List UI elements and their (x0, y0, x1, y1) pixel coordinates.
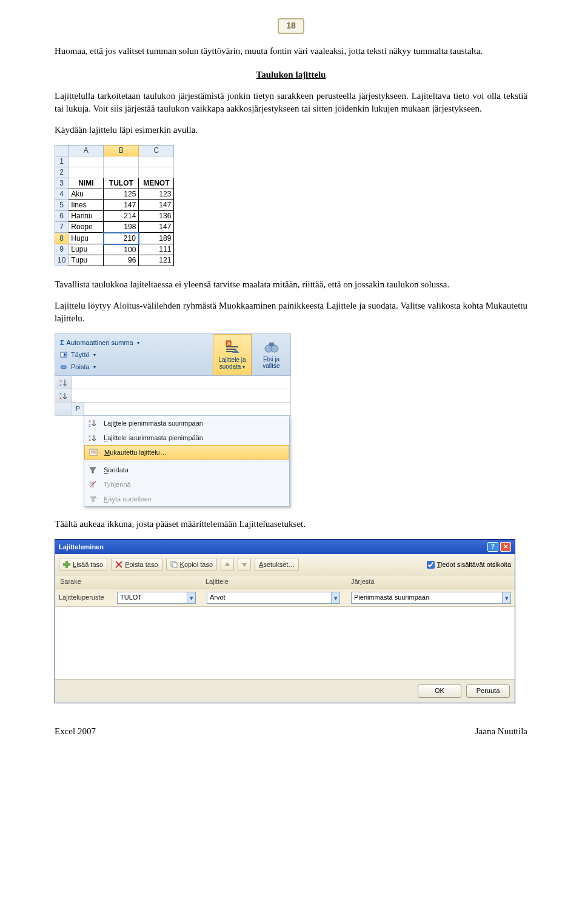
header-sarake: Sarake (55, 575, 201, 588)
svg-rect-6 (269, 343, 274, 346)
select-value: Arvot (210, 593, 226, 602)
table-cell[interactable]: 198 (104, 222, 139, 233)
menu-item-sort-asc[interactable]: AZ Lajittele pienimmästä suurimpaan (84, 416, 289, 430)
table-cell[interactable]: Roope (69, 222, 104, 233)
dialog-toolbar: Lisää taso Poista taso Kopioi taso Asetu… (55, 554, 515, 575)
dialog-title: Lajitteleminen (59, 543, 104, 552)
options-button[interactable]: Asetukset… (255, 558, 299, 571)
sort-asc-icon: AZ (59, 378, 68, 387)
move-down-button[interactable] (238, 558, 251, 571)
checkbox-input[interactable] (427, 561, 435, 569)
select-all-corner[interactable] (55, 146, 69, 156)
row-header[interactable]: 3 (55, 178, 69, 189)
svg-text:A: A (59, 397, 62, 400)
table-cell[interactable]: 96 (104, 255, 139, 266)
active-cell[interactable]: 210 (104, 233, 139, 244)
table-cell[interactable]: 125 (104, 189, 139, 200)
remove-level-button[interactable]: Poista taso (111, 558, 162, 571)
sort-filter-button[interactable]: A Lajittele jasuodata ▾ (213, 334, 252, 375)
dialog-column-headers: Sarake Lajittele Järjestä (55, 575, 515, 589)
filter-icon (87, 466, 99, 474)
table-cell[interactable]: 147 (139, 200, 174, 211)
has-headers-checkbox[interactable]: Tiedot sisältävät otsikoita (427, 560, 511, 569)
table-cell[interactable]: 136 (139, 211, 174, 222)
menu-label: Mukautettu lajittelu… (104, 448, 167, 457)
clear-button[interactable]: Poista ▾ (60, 363, 208, 372)
cancel-button[interactable]: Peruuta (466, 685, 510, 698)
table-header-cell[interactable]: TULOT (104, 178, 139, 189)
find-select-button[interactable]: Etsi javalitse (252, 334, 290, 375)
sigma-icon: Σ (60, 338, 64, 347)
sort-asc-mini-button[interactable]: AZ (55, 376, 72, 389)
copy-level-button[interactable]: Kopioi taso (166, 558, 217, 571)
autosum-button[interactable]: Σ Automaattinen summa ▾ (60, 338, 208, 347)
table-cell[interactable]: 147 (104, 200, 139, 211)
fill-button[interactable]: Täyttö ▾ (60, 350, 208, 360)
menu-label: Suodata (104, 466, 129, 475)
add-level-button[interactable]: Lisää taso (59, 558, 107, 571)
dialog-titlebar[interactable]: Lajitteleminen ? ✕ (55, 540, 515, 554)
svg-rect-22 (173, 563, 177, 567)
table-cell[interactable]: 123 (139, 189, 174, 200)
row-header[interactable]: 4 (55, 189, 69, 200)
menu-item-sort-desc[interactable]: ZA Lajittele suurimmasta pienimpään (84, 430, 289, 445)
table-cell[interactable]: Hupu (69, 233, 104, 244)
find-select-label2: valitse (263, 363, 279, 369)
row-header[interactable]: 8 (55, 233, 69, 244)
table-cell[interactable]: 214 (104, 211, 139, 222)
menu-item-custom-sort[interactable]: Mukautettu lajittelu… (84, 445, 289, 460)
select-value: Pienimmästä suurimpaan (354, 593, 429, 602)
svg-text:A: A (59, 379, 62, 383)
clear-filter-icon (87, 480, 99, 489)
sort-on-select[interactable]: Arvot ▾ (207, 592, 340, 604)
column-header-b[interactable]: B (104, 146, 139, 156)
section-heading: Taulukon lajittelu (55, 69, 527, 81)
table-cell[interactable]: 121 (139, 255, 174, 266)
move-up-button[interactable] (221, 558, 234, 571)
table-cell[interactable]: 147 (139, 222, 174, 233)
close-button[interactable]: ✕ (500, 542, 511, 552)
sort-filter-label2: suodata (219, 363, 241, 370)
table-cell[interactable]: Tupu (69, 255, 104, 266)
checkbox-label: Tiedot sisältävät otsikoita (437, 560, 511, 569)
sort-order-select[interactable]: Pienimmästä suurimpaan ▾ (351, 592, 511, 604)
column-header-c[interactable]: C (139, 146, 174, 156)
sort-desc-mini-button[interactable]: ZA (55, 389, 72, 402)
menu-label: Käytä uudelleen (104, 495, 152, 504)
menu-item-filter[interactable]: Suodata (84, 463, 289, 477)
column-header-p[interactable]: P (72, 403, 84, 415)
row-header[interactable]: 1 (55, 156, 69, 167)
row-header[interactable]: 5 (55, 200, 69, 211)
table-cell[interactable]: Iines (69, 200, 104, 211)
row-header[interactable]: 2 (55, 167, 69, 178)
autosum-label: Automaattinen summa (67, 338, 133, 347)
page-number-badge: 18 (278, 18, 304, 34)
button-label: Kopioi taso (180, 560, 213, 569)
table-header-cell[interactable]: MENOT (139, 178, 174, 189)
button-label: Poista taso (125, 560, 158, 569)
binoculars-icon (263, 340, 280, 355)
sort-filter-menu: AZ Lajittele pienimmästä suurimpaan ZA L… (84, 415, 290, 507)
table-cell[interactable]: 100 (104, 244, 139, 255)
row-header[interactable]: 6 (55, 211, 69, 222)
row-header[interactable]: 10 (55, 255, 69, 266)
column-header-a[interactable]: A (69, 146, 104, 156)
help-button[interactable]: ? (487, 542, 498, 552)
reapply-icon (87, 495, 99, 503)
chevron-down-icon: ▾ (331, 592, 340, 603)
sort-column-select[interactable]: TULOT ▾ (117, 592, 196, 604)
table-cell[interactable]: Aku (69, 189, 104, 200)
ok-button[interactable]: OK (418, 685, 461, 698)
svg-rect-1 (61, 366, 66, 369)
eraser-icon (60, 363, 69, 370)
dialog-body-empty (55, 606, 515, 679)
table-cell[interactable]: 189 (139, 233, 174, 244)
table-cell[interactable]: 111 (139, 244, 174, 255)
table-cell[interactable]: Hannu (69, 211, 104, 222)
row-header[interactable]: 7 (55, 222, 69, 233)
svg-text:Z: Z (59, 383, 62, 387)
body-paragraph: Huomaa, että jos valitset tumman solun t… (55, 45, 527, 58)
table-cell[interactable]: Lupu (69, 244, 104, 255)
row-header[interactable]: 9 (55, 244, 69, 255)
table-header-cell[interactable]: NIMI (69, 178, 104, 189)
